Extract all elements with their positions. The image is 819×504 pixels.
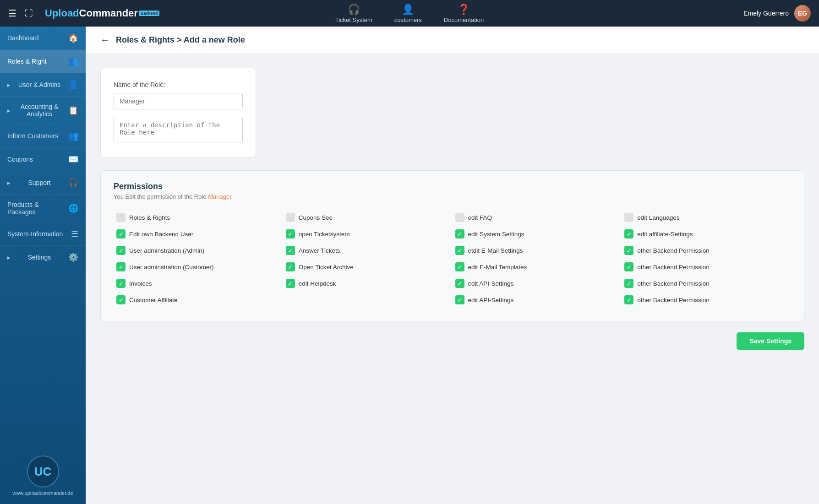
perm-item: ✓User adminstration (Admin) (114, 242, 283, 259)
perm-item: ✓other Backend Permission (622, 242, 791, 259)
logo-backend-badge: Backend (139, 11, 160, 16)
sidebar-inform-customers-label: Inform Customers (7, 132, 58, 140)
accounting-chevron: ▸ (7, 107, 11, 114)
system-icon: ☰ (71, 229, 78, 239)
perm-item: ✓edit Helpdesk (283, 275, 453, 292)
nav-customers-label: customers (394, 16, 422, 23)
support-chevron: ▸ (7, 179, 11, 186)
perm-checkbox[interactable]: ✓ (286, 279, 295, 288)
perm-checkbox[interactable]: ✓ (286, 262, 295, 271)
perm-label: Open Ticket Archive (299, 264, 354, 271)
logo-commander: Commander (79, 7, 138, 19)
support-icon: 🎧 (68, 178, 78, 188)
main-content: ← Roles & Rights > Add a new Role Name o… (86, 27, 819, 504)
perm-checkbox[interactable]: ✓ (624, 295, 633, 304)
role-description-input[interactable] (114, 117, 243, 142)
perm-label: other Backend Permission (637, 280, 710, 287)
perm-label: open Ticketsystem (299, 231, 350, 238)
perm-checkbox[interactable]: ✓ (455, 246, 464, 255)
perm-column-0: Roles & Rights✓Edit own Backend User✓Use… (114, 209, 283, 308)
sidebar-item-inform-customers[interactable]: Inform Customers 👥 (0, 125, 86, 148)
perm-item: edit FAQ (453, 209, 622, 226)
perm-checkbox[interactable] (286, 213, 295, 222)
roles-icon: 👥 (68, 56, 78, 66)
logo: Upload Commander Backend (45, 7, 159, 19)
nav-ticket-system[interactable]: 🎧 Ticket System (335, 4, 372, 23)
perm-checkbox[interactable]: ✓ (286, 246, 295, 255)
perm-checkbox[interactable]: ✓ (455, 262, 464, 271)
perm-item: Cupons See (283, 209, 453, 226)
perm-label: other Backend Permission (637, 247, 710, 254)
perm-checkbox[interactable]: ✓ (116, 229, 126, 238)
perm-item: ✓etdit E-Mail Settings (453, 242, 622, 259)
perm-label: etdit E-Mail Settings (468, 247, 523, 254)
sidebar-roles-label: Roles & Right (7, 58, 47, 65)
nav-left: ☰ ⛶ Upload Commander Backend (8, 7, 159, 19)
sidebar-item-settings[interactable]: ▸ Settings ⚙️ (0, 246, 86, 269)
sidebar-item-dashboard[interactable]: Dashboard 🏠 (0, 27, 86, 50)
perm-checkbox[interactable]: ✓ (624, 229, 633, 238)
sidebar-item-support[interactable]: ▸ Support 🎧 (0, 171, 86, 195)
perm-label: edit Languages (637, 214, 679, 221)
perm-checkbox[interactable]: ✓ (624, 246, 633, 255)
perm-item: ✓Edit own Backend User (114, 226, 283, 242)
perm-label: edit Helpdesk (299, 280, 336, 287)
perm-label: edit API-Settings (468, 297, 514, 303)
permissions-section: Permissions You Edit the permission of t… (100, 170, 804, 321)
perm-checkbox[interactable]: ✓ (116, 262, 126, 271)
perm-checkbox[interactable]: ✓ (455, 229, 464, 238)
expand-icon[interactable]: ⛶ (25, 9, 33, 18)
sidebar-item-products-packages[interactable]: Products & Packages 🌐 (0, 195, 86, 222)
sidebar-item-system-information[interactable]: System-Information ☰ (0, 222, 86, 246)
perm-checkbox[interactable]: ✓ (116, 246, 126, 255)
perm-checkbox[interactable]: ✓ (286, 229, 295, 238)
user-name: Emely Guerrero (743, 10, 789, 17)
sidebar-user-admins-label: User & Admins (11, 81, 68, 88)
perm-item: ✓Invoices (114, 275, 283, 292)
sidebar-support-label: Support (11, 179, 68, 186)
customers-icon: 👤 (402, 4, 414, 16)
perm-checkbox[interactable]: ✓ (116, 279, 126, 288)
nav-documentation[interactable]: ❓ Documentation (444, 4, 484, 23)
nav-right[interactable]: Emely Guerrero EG (743, 5, 811, 22)
perm-label: User adminstration (Admin) (129, 247, 204, 254)
role-form-card: Name of the Role: (100, 68, 256, 157)
sidebar-logo: UC (27, 455, 59, 488)
hamburger-menu[interactable]: ☰ (8, 8, 16, 19)
perm-checkbox[interactable]: ✓ (624, 262, 633, 271)
perm-column-1: Cupons See✓open Ticketsystem✓Answer Tick… (283, 209, 453, 308)
sidebar-item-user-admins[interactable]: ▸ User & Admins 👤 (0, 73, 86, 97)
role-name-input[interactable] (114, 93, 243, 109)
perm-label: other Backend Permission (637, 264, 710, 271)
nav-customers[interactable]: 👤 customers (394, 4, 422, 23)
nav-ticket-system-label: Ticket System (335, 16, 372, 23)
ticket-system-icon: 🎧 (348, 4, 360, 16)
inform-customers-icon: 👥 (68, 131, 78, 141)
sidebar: Dashboard 🏠 Roles & Right 👥 ▸ User & Adm… (0, 27, 86, 504)
perm-item: ✓edit System Settings (453, 226, 622, 242)
avatar[interactable]: EG (794, 5, 811, 22)
sidebar-item-roles-right[interactable]: Roles & Right 👥 (0, 50, 86, 73)
sidebar-url: www.uploadcommander.de (12, 490, 73, 499)
perm-checkbox[interactable] (455, 213, 464, 222)
perm-checkbox[interactable]: ✓ (455, 279, 464, 288)
permissions-subtitle: You Edit the permission of the Role Mana… (114, 193, 791, 200)
sidebar-bottom: UC www.uploadcommander.de (0, 447, 86, 504)
sidebar-item-coupons[interactable]: Coupons ✉️ (0, 148, 86, 171)
dashboard-icon: 🏠 (68, 33, 78, 43)
perm-checkbox[interactable] (116, 213, 126, 222)
name-label: Name of the Role: (114, 81, 243, 88)
permissions-title: Permissions (114, 182, 791, 191)
sidebar-logo-text: UC (34, 465, 52, 479)
perm-checkbox[interactable]: ✓ (624, 279, 633, 288)
avatar-initials: EG (798, 10, 807, 17)
perm-checkbox[interactable] (624, 213, 633, 222)
perm-checkbox[interactable]: ✓ (116, 295, 126, 304)
back-button[interactable]: ← (100, 35, 109, 45)
perm-checkbox[interactable]: ✓ (455, 295, 464, 304)
user-admins-chevron: ▸ (7, 81, 11, 88)
save-settings-button[interactable]: Save Settings (737, 332, 804, 350)
perm-item: ✓edit API-Settings (453, 275, 622, 292)
sidebar-dashboard-label: Dashboard (7, 34, 39, 42)
sidebar-item-accounting[interactable]: ▸ Accounting & Analytics 📋 (0, 97, 86, 125)
